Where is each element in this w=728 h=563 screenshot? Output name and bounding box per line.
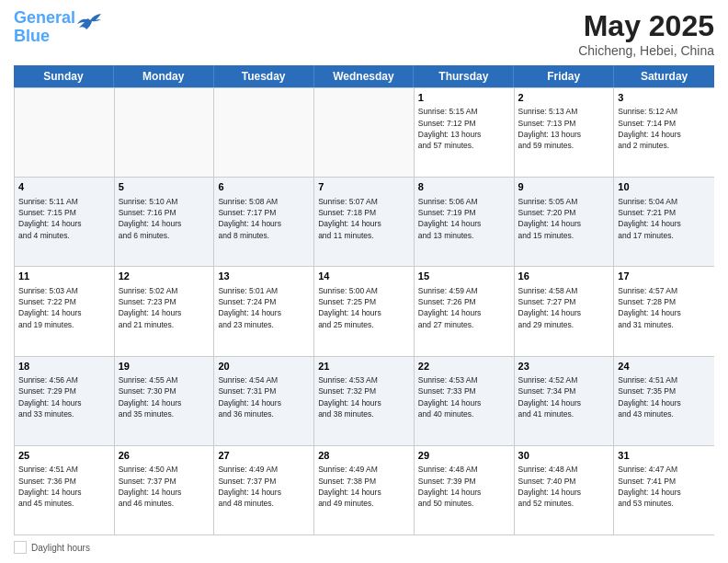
cal-cell-day-18: 18Sunrise: 4:56 AMSunset: 7:29 PMDayligh… — [15, 357, 115, 445]
day-info: Sunrise: 5:07 AMSunset: 7:18 PMDaylight:… — [318, 196, 410, 241]
day-number: 23 — [518, 360, 610, 373]
cal-cell-day-2: 2Sunrise: 5:13 AMSunset: 7:13 PMDaylight… — [515, 88, 615, 177]
calendar-row-1: 4Sunrise: 5:11 AMSunset: 7:15 PMDaylight… — [15, 177, 714, 266]
day-number: 30 — [518, 449, 610, 463]
day-info: Sunrise: 5:13 AMSunset: 7:13 PMDaylight:… — [518, 106, 610, 151]
cal-cell-day-13: 13Sunrise: 5:01 AMSunset: 7:24 PMDayligh… — [214, 267, 314, 355]
weekday-header-friday: Friday — [514, 65, 614, 87]
day-number: 22 — [418, 360, 510, 373]
day-number: 1 — [418, 91, 510, 105]
day-info: Sunrise: 4:52 AMSunset: 7:34 PMDaylight:… — [518, 374, 610, 419]
day-number: 17 — [618, 270, 711, 283]
calendar-row-4: 25Sunrise: 4:51 AMSunset: 7:36 PMDayligh… — [15, 445, 714, 534]
weekday-header-wednesday: Wednesday — [314, 65, 415, 87]
day-info: Sunrise: 4:58 AMSunset: 7:27 PMDaylight:… — [518, 285, 610, 330]
day-number: 9 — [518, 180, 610, 194]
calendar-row-3: 18Sunrise: 4:56 AMSunset: 7:29 PMDayligh… — [15, 356, 714, 445]
cal-cell-day-22: 22Sunrise: 4:53 AMSunset: 7:33 PMDayligh… — [415, 357, 515, 445]
day-number: 16 — [518, 270, 610, 283]
cal-cell-day-10: 10Sunrise: 5:04 AMSunset: 7:21 PMDayligh… — [614, 178, 714, 266]
weekday-header-thursday: Thursday — [414, 65, 514, 87]
weekday-header-tuesday: Tuesday — [214, 65, 314, 87]
location: Chicheng, Hebei, China — [578, 43, 714, 58]
day-number: 12 — [119, 270, 210, 283]
header: GeneralBlue May 2025 Chicheng, Hebei, Ch… — [14, 9, 714, 58]
day-number: 29 — [418, 449, 510, 463]
logo-bird-icon — [77, 13, 103, 33]
day-info: Sunrise: 4:55 AMSunset: 7:30 PMDaylight:… — [119, 374, 210, 419]
calendar-body: 1Sunrise: 5:15 AMSunset: 7:12 PMDaylight… — [14, 87, 714, 535]
calendar: SundayMondayTuesdayWednesdayThursdayFrid… — [14, 65, 714, 535]
day-number: 4 — [18, 180, 110, 194]
month-year: May 2025 — [578, 9, 714, 43]
day-number: 7 — [318, 180, 410, 194]
day-number: 20 — [218, 360, 310, 373]
cal-cell-day-15: 15Sunrise: 4:59 AMSunset: 7:26 PMDayligh… — [415, 267, 515, 355]
day-info: Sunrise: 4:48 AMSunset: 7:40 PMDaylight:… — [518, 464, 610, 509]
day-number: 27 — [218, 449, 310, 463]
footer: Daylight hours — [14, 541, 714, 554]
cal-cell-day-25: 25Sunrise: 4:51 AMSunset: 7:36 PMDayligh… — [15, 446, 115, 534]
weekday-header-monday: Monday — [114, 65, 214, 87]
day-info: Sunrise: 4:53 AMSunset: 7:33 PMDaylight:… — [418, 374, 510, 419]
cal-cell-day-7: 7Sunrise: 5:07 AMSunset: 7:18 PMDaylight… — [314, 178, 415, 266]
day-info: Sunrise: 4:51 AMSunset: 7:36 PMDaylight:… — [18, 464, 110, 509]
day-info: Sunrise: 4:48 AMSunset: 7:39 PMDaylight:… — [418, 464, 510, 509]
cal-cell-day-31: 31Sunrise: 4:47 AMSunset: 7:41 PMDayligh… — [614, 446, 714, 534]
calendar-row-2: 11Sunrise: 5:03 AMSunset: 7:22 PMDayligh… — [15, 266, 714, 355]
day-info: Sunrise: 5:03 AMSunset: 7:22 PMDaylight:… — [18, 285, 110, 330]
day-info: Sunrise: 4:54 AMSunset: 7:31 PMDaylight:… — [218, 374, 310, 419]
calendar-row-0: 1Sunrise: 5:15 AMSunset: 7:12 PMDaylight… — [15, 87, 714, 177]
day-info: Sunrise: 4:50 AMSunset: 7:37 PMDaylight:… — [119, 464, 210, 509]
page: GeneralBlue May 2025 Chicheng, Hebei, Ch… — [0, 0, 728, 563]
day-info: Sunrise: 5:04 AMSunset: 7:21 PMDaylight:… — [618, 196, 711, 241]
day-info: Sunrise: 5:06 AMSunset: 7:19 PMDaylight:… — [418, 196, 510, 241]
day-info: Sunrise: 5:12 AMSunset: 7:14 PMDaylight:… — [618, 106, 711, 151]
cal-cell-day-19: 19Sunrise: 4:55 AMSunset: 7:30 PMDayligh… — [115, 357, 215, 445]
cal-cell-day-29: 29Sunrise: 4:48 AMSunset: 7:39 PMDayligh… — [415, 446, 515, 534]
day-info: Sunrise: 4:53 AMSunset: 7:32 PMDaylight:… — [318, 374, 410, 419]
day-info: Sunrise: 5:08 AMSunset: 7:17 PMDaylight:… — [218, 196, 310, 241]
day-number: 5 — [119, 180, 210, 194]
cal-cell-day-17: 17Sunrise: 4:57 AMSunset: 7:28 PMDayligh… — [614, 267, 714, 355]
day-info: Sunrise: 5:11 AMSunset: 7:15 PMDaylight:… — [18, 196, 110, 241]
calendar-header: SundayMondayTuesdayWednesdayThursdayFrid… — [14, 65, 714, 87]
daylight-box — [14, 541, 27, 554]
day-number: 3 — [618, 91, 711, 105]
day-info: Sunrise: 4:56 AMSunset: 7:29 PMDaylight:… — [18, 374, 110, 419]
day-number: 10 — [618, 180, 711, 194]
cal-cell-empty — [214, 88, 314, 177]
cal-cell-day-1: 1Sunrise: 5:15 AMSunset: 7:12 PMDaylight… — [415, 88, 515, 177]
day-info: Sunrise: 5:01 AMSunset: 7:24 PMDaylight:… — [218, 285, 310, 330]
day-number: 14 — [318, 270, 410, 283]
cal-cell-day-23: 23Sunrise: 4:52 AMSunset: 7:34 PMDayligh… — [515, 357, 615, 445]
cal-cell-day-5: 5Sunrise: 5:10 AMSunset: 7:16 PMDaylight… — [115, 178, 215, 266]
day-number: 19 — [119, 360, 210, 373]
day-number: 24 — [618, 360, 711, 373]
day-info: Sunrise: 5:10 AMSunset: 7:16 PMDaylight:… — [119, 196, 210, 241]
day-number: 15 — [418, 270, 510, 283]
cal-cell-day-3: 3Sunrise: 5:12 AMSunset: 7:14 PMDaylight… — [614, 88, 714, 177]
day-info: Sunrise: 4:59 AMSunset: 7:26 PMDaylight:… — [418, 285, 510, 330]
cal-cell-day-12: 12Sunrise: 5:02 AMSunset: 7:23 PMDayligh… — [115, 267, 215, 355]
day-number: 2 — [518, 91, 610, 105]
cal-cell-empty — [15, 88, 115, 177]
cal-cell-day-20: 20Sunrise: 4:54 AMSunset: 7:31 PMDayligh… — [214, 357, 314, 445]
day-number: 21 — [318, 360, 410, 373]
day-info: Sunrise: 5:15 AMSunset: 7:12 PMDaylight:… — [418, 106, 510, 151]
cal-cell-day-11: 11Sunrise: 5:03 AMSunset: 7:22 PMDayligh… — [15, 267, 115, 355]
cal-cell-day-28: 28Sunrise: 4:49 AMSunset: 7:38 PMDayligh… — [314, 446, 415, 534]
day-number: 13 — [218, 270, 310, 283]
day-number: 26 — [119, 449, 210, 463]
day-number: 31 — [618, 449, 711, 463]
day-info: Sunrise: 5:02 AMSunset: 7:23 PMDaylight:… — [119, 285, 210, 330]
daylight-label: Daylight hours — [31, 543, 90, 553]
cal-cell-day-9: 9Sunrise: 5:05 AMSunset: 7:20 PMDaylight… — [515, 178, 615, 266]
day-number: 11 — [18, 270, 110, 283]
day-number: 18 — [18, 360, 110, 373]
day-info: Sunrise: 5:00 AMSunset: 7:25 PMDaylight:… — [318, 285, 410, 330]
weekday-header-sunday: Sunday — [14, 65, 114, 87]
cal-cell-day-16: 16Sunrise: 4:58 AMSunset: 7:27 PMDayligh… — [515, 267, 615, 355]
day-info: Sunrise: 4:47 AMSunset: 7:41 PMDaylight:… — [618, 464, 711, 509]
cal-cell-day-21: 21Sunrise: 4:53 AMSunset: 7:32 PMDayligh… — [314, 357, 415, 445]
